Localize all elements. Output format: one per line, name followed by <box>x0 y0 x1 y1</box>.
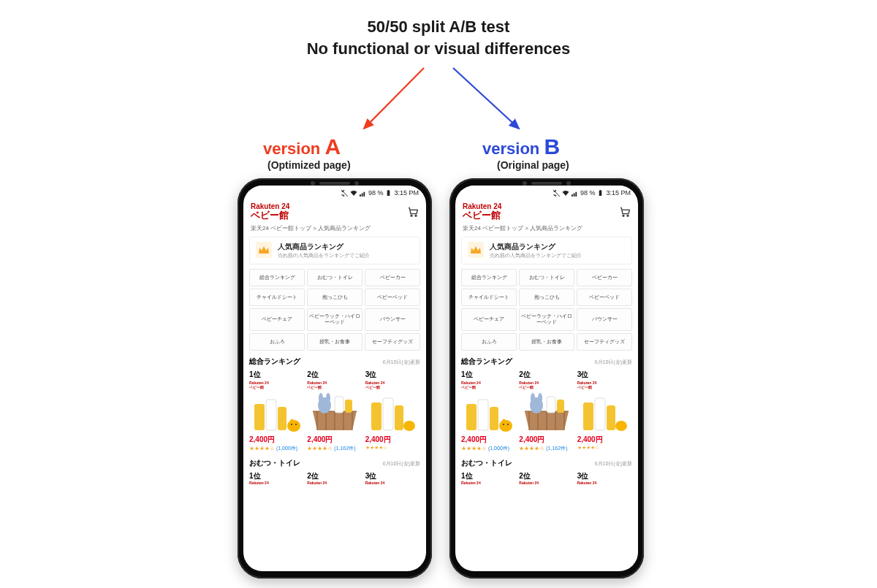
screen-b: 98 % 3:15 PM Rakuten 24 ベビー館 楽天24 ベビー館トッ… <box>455 186 638 571</box>
category-chip[interactable]: セーフティグッズ <box>365 333 420 351</box>
category-chip[interactable]: おふろ <box>249 333 305 351</box>
category-chip[interactable]: ベビーラック・ハイローベッド <box>307 308 362 331</box>
category-chip[interactable]: チャイルドシート <box>461 289 517 306</box>
status-bar: 98 % 3:15 PM <box>455 186 638 200</box>
category-chip[interactable]: ベビーベッド <box>365 289 420 306</box>
svg-point-20 <box>403 421 415 431</box>
svg-point-5 <box>415 215 417 216</box>
price: 2,400円 <box>577 435 632 445</box>
category-chip[interactable]: ベビーラック・ハイローベッド <box>519 308 574 331</box>
product-row-2[interactable]: 1位Rakuten 242位Rakuten 243位Rakuten 24 <box>249 471 420 485</box>
category-chip[interactable]: ベビーチェア <box>461 308 517 331</box>
product-image <box>365 391 420 433</box>
cart-icon[interactable] <box>619 206 631 218</box>
category-chip[interactable]: 抱っこひも <box>519 289 574 306</box>
category-chip[interactable]: ベビーベッド <box>577 289 632 306</box>
svg-point-11 <box>295 424 297 425</box>
rank-label: 3位 <box>365 370 420 380</box>
wifi-icon <box>350 190 357 196</box>
price: 2,400円 <box>249 435 304 445</box>
svg-point-13 <box>319 393 323 403</box>
category-chip[interactable]: ベビーチェア <box>249 308 305 331</box>
mini-brand-top: Rakuten 24 <box>307 481 362 485</box>
svg-point-39 <box>615 421 627 431</box>
product-card[interactable]: 2位Rakuten 24 <box>519 471 574 485</box>
category-chip[interactable]: おむつ・トイレ <box>307 269 362 286</box>
headline-line2: No functional or visual differences <box>0 38 877 60</box>
svg-rect-8 <box>278 407 286 430</box>
svg-point-23 <box>623 215 624 216</box>
svg-point-10 <box>291 424 292 425</box>
category-chip[interactable]: 総合ランキング <box>461 269 517 286</box>
breadcrumb[interactable]: 楽天24 ベビー館トップ > 人気商品ランキング <box>455 224 638 237</box>
svg-rect-19 <box>395 405 403 430</box>
rank-label: 2位 <box>307 471 362 481</box>
breadcrumb[interactable]: 楽天24 ベビー館トップ > 人気商品ランキング <box>243 224 426 237</box>
rating: ★★★★☆ <box>577 445 632 451</box>
mini-brand-bot: ベビー館 <box>577 385 632 389</box>
ranking-subtitle: 売れ筋の人気商品をランキングでご紹介 <box>490 252 582 259</box>
category-chip[interactable]: チャイルドシート <box>249 289 305 306</box>
category-chip[interactable]: バウンサー <box>577 308 632 331</box>
clock: 3:15 PM <box>394 189 419 196</box>
category-chip[interactable]: ベビーカー <box>577 269 632 286</box>
mini-brand-bot: ベビー館 <box>519 385 574 389</box>
ranking-subtitle: 売れ筋の人気商品をランキングでご紹介 <box>278 252 370 259</box>
product-row-2[interactable]: 1位Rakuten 242位Rakuten 243位Rakuten 24 <box>461 471 632 485</box>
product-row[interactable]: 1位Rakuten 24ベビー館2,400円★★★★☆ (1,000件)2位Ra… <box>461 370 632 452</box>
svg-rect-35 <box>557 400 564 413</box>
headline: 50/50 split A/B test No functional or vi… <box>0 16 877 59</box>
svg-point-14 <box>326 393 330 403</box>
product-row[interactable]: 1位Rakuten 24ベビー館2,400円★★★★☆ (1,000件)2位Ra… <box>249 370 420 452</box>
category-grid: 総合ランキングおむつ・トイレベビーカーチャイルドシート抱っこひもベビーベッドベビ… <box>461 269 632 351</box>
mini-brand-bot: ベビー館 <box>461 385 516 389</box>
svg-rect-16 <box>345 400 352 413</box>
mini-brand-top: Rakuten 24 <box>519 481 574 485</box>
mute-icon <box>553 190 560 196</box>
product-card[interactable]: 3位Rakuten 24ベビー館2,400円★★★★☆ <box>365 370 420 452</box>
rank-label: 2位 <box>307 370 362 380</box>
version-a-subtitle: (Optimized page) <box>267 159 351 171</box>
brand-logo[interactable]: Rakuten 24 ベビー館 <box>463 203 501 220</box>
product-card[interactable]: 1位Rakuten 24ベビー館2,400円★★★★☆ (1,000件) <box>461 370 516 452</box>
category-chip[interactable]: ベビーカー <box>365 269 420 286</box>
brand-logo[interactable]: Rakuten 24 ベビー館 <box>251 203 289 220</box>
category-chip[interactable]: 授乳・お食事 <box>307 333 362 351</box>
category-chip[interactable]: おむつ・トイレ <box>519 269 574 286</box>
product-card[interactable]: 1位Rakuten 24ベビー館2,400円★★★★☆ (1,000件) <box>249 370 304 452</box>
rating: ★★★★☆ (1,162件) <box>519 445 574 452</box>
product-card[interactable]: 2位Rakuten 24 <box>307 471 362 485</box>
svg-line-1 <box>453 68 519 129</box>
category-chip[interactable]: 抱っこひも <box>307 289 362 306</box>
mini-brand-bot: ベビー館 <box>307 385 362 389</box>
rating: ★★★★☆ <box>365 445 420 451</box>
price: 2,400円 <box>365 435 420 445</box>
product-image <box>519 391 574 433</box>
product-card[interactable]: 3位Rakuten 24 <box>577 471 632 485</box>
category-chip[interactable]: セーフティグッズ <box>577 333 632 351</box>
mini-brand-top: Rakuten 24 <box>461 481 516 485</box>
category-chip[interactable]: バウンサー <box>365 308 420 331</box>
svg-line-0 <box>364 68 424 129</box>
product-card[interactable]: 3位Rakuten 24ベビー館2,400円★★★★☆ <box>577 370 632 452</box>
product-card[interactable]: 1位Rakuten 24 <box>461 471 516 485</box>
product-card[interactable]: 3位Rakuten 24 <box>365 471 420 485</box>
section-diapers: おむつ・トイレ 6月10日(金)更新 1位Rakuten 242位Rakuten… <box>249 458 420 485</box>
product-image <box>307 391 362 433</box>
ranking-title: 人気商品ランキング <box>490 242 582 252</box>
category-chip[interactable]: 授乳・お食事 <box>519 333 574 351</box>
product-card[interactable]: 2位Rakuten 24ベビー館2,400円★★★★☆ (1,162件) <box>307 370 362 452</box>
version-a-label: version A <box>263 134 341 159</box>
product-card[interactable]: 2位Rakuten 24ベビー館2,400円★★★★☆ (1,162件) <box>519 370 574 452</box>
category-chip[interactable]: 総合ランキング <box>249 269 305 286</box>
svg-point-32 <box>531 393 535 403</box>
signal-icon <box>572 190 578 196</box>
svg-rect-18 <box>383 398 393 430</box>
rank-label: 3位 <box>577 471 632 481</box>
product-card[interactable]: 1位Rakuten 24 <box>249 471 304 485</box>
cart-icon[interactable] <box>407 206 419 218</box>
svg-rect-36 <box>583 402 593 430</box>
battery-icon <box>597 190 604 196</box>
svg-rect-22 <box>600 190 601 191</box>
category-chip[interactable]: おふろ <box>461 333 517 351</box>
